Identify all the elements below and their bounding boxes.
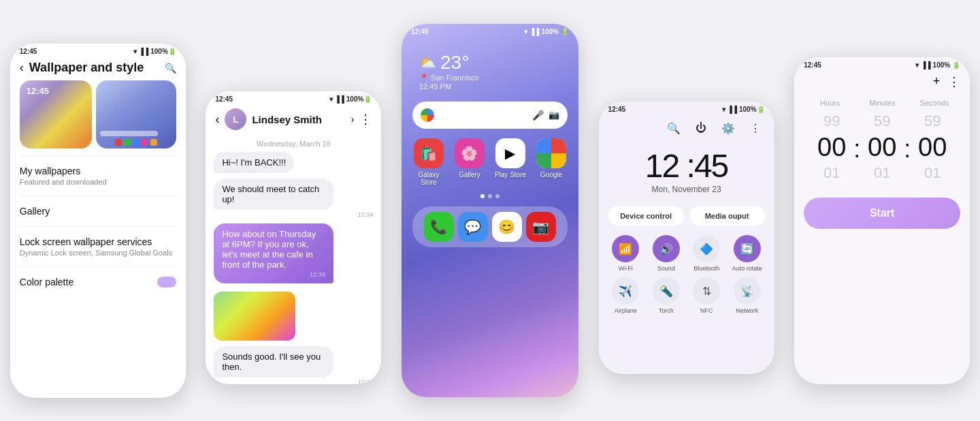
settings-icon[interactable]: ⚙️ xyxy=(720,120,736,136)
menu-item-sub: Featured and downloaded xyxy=(20,178,176,186)
toggle-color-palette[interactable] xyxy=(157,277,176,287)
weather-time: 12:45 PM xyxy=(419,82,451,91)
seconds-main: 00 xyxy=(918,132,947,163)
more-icon[interactable] xyxy=(359,112,372,127)
message-left-row: We should meet to catch up! 12:34 xyxy=(214,178,373,218)
contact-avatar: L xyxy=(225,108,246,130)
start-button[interactable]: Start xyxy=(804,198,960,229)
message-bubble: Sounds good. I'll see you then. xyxy=(214,346,333,377)
app-icon-play-store: ▶ xyxy=(495,138,525,168)
page-title: Wallpaper and style xyxy=(29,61,159,75)
message-bubble: Hi~! I'm BACK!!! xyxy=(214,152,294,173)
menu-my-wallpapers[interactable]: My wallpapers Featured and downloaded xyxy=(10,156,186,196)
wallpaper-preview-2[interactable] xyxy=(96,80,176,149)
signal-icon: ▐▐ xyxy=(335,95,344,103)
sound-toggle-icon: 🔊 xyxy=(653,235,680,262)
status-icons-3: ▾ ▐▐ 100% 🔋 xyxy=(524,28,569,35)
camera-search-icon[interactable]: 📷 xyxy=(549,110,559,121)
message-date: Wednesday, March 16 xyxy=(206,136,381,152)
status-icons-4: ▾ ▐▐ 100%🔋 xyxy=(722,106,765,113)
more-icon[interactable]: ⋮ xyxy=(747,120,764,136)
add-icon[interactable]: + xyxy=(933,74,941,89)
wifi-icon: ▾ xyxy=(524,28,527,35)
timer-labels: Hours Minutes Seconds xyxy=(794,95,970,111)
app-play-store[interactable]: ▶ Play Store xyxy=(494,138,527,186)
preview-icon xyxy=(142,139,148,146)
toggle-sound[interactable]: 🔊 Sound xyxy=(649,235,684,272)
status-bar-2: 12:45 ▾ ▐▐ 100%🔋 xyxy=(206,91,381,106)
toggle-label: Sound xyxy=(657,265,675,272)
colon-1: : xyxy=(853,134,860,163)
app-gallery[interactable]: 🌸 Gallery xyxy=(453,138,486,186)
back-icon[interactable] xyxy=(20,61,24,75)
menu-lock-screen[interactable]: Lock screen wallpaper services Dynamic L… xyxy=(10,227,186,266)
phone-wallpaper: 12:45 ▾ ▐▐ 100%🔋 Wallpaper and style 12:… xyxy=(10,44,186,398)
status-icons-1: ▾ ▐▐ 100%🔋 xyxy=(133,48,176,55)
menu-item-label: Color palette xyxy=(20,277,74,287)
phone-homescreen: 12:45 ▾ ▐▐ 100% 🔋 ⛅ 23° 📍 San Francisco … xyxy=(402,24,578,397)
dock-camera[interactable]: 📷 xyxy=(526,212,556,242)
status-bar-3: 12:45 ▾ ▐▐ 100% 🔋 xyxy=(402,24,578,38)
toggle-label: Torch xyxy=(659,307,674,314)
dock-phone[interactable]: 📞 xyxy=(424,212,454,242)
menu-item-label: Gallery xyxy=(20,206,176,217)
message-bubble: How about on Thursday at 6PM? If you are… xyxy=(214,223,333,283)
search-icon[interactable]: 🔍 xyxy=(666,120,682,136)
status-time-5: 12:45 xyxy=(804,61,821,69)
toggle-network[interactable]: 📡 Network xyxy=(730,277,765,314)
toggle-label: Wi-Fi xyxy=(619,265,633,272)
media-output-button[interactable]: Media ouput xyxy=(689,206,765,225)
minutes-upper: 59 xyxy=(874,111,890,132)
toggle-bluetooth[interactable]: 🔷 Bluetooth xyxy=(689,235,725,272)
control-toggles: 📶 Wi-Fi 🔊 Sound 🔷 Bluetooth 🔄 Auto rotat… xyxy=(599,231,774,318)
phone-control-panel: 12:45 ▾ ▐▐ 100%🔋 🔍 ⏻ ⚙️ ⋮ 12 :45 Mon, No… xyxy=(599,102,774,374)
timer-header: + ⋮ xyxy=(794,72,970,95)
menu-gallery[interactable]: Gallery xyxy=(10,196,186,226)
wallpaper-preview-1[interactable]: 12:45 xyxy=(20,80,92,149)
weather-location: 📍 San Francisco xyxy=(419,74,478,82)
wifi-icon: ▾ xyxy=(133,48,137,55)
battery-icon: 100%🔋 xyxy=(346,95,372,103)
toggle-nfc[interactable]: ⇅ NFC xyxy=(689,277,725,314)
menu-color-palette[interactable]: Color palette xyxy=(10,267,186,297)
hours-label: Hours xyxy=(810,99,851,107)
preview-bar xyxy=(100,131,158,136)
microphone-icon[interactable]: 🎤 xyxy=(532,110,543,121)
device-control-button[interactable]: Device control xyxy=(608,206,684,225)
wifi-icon: ▾ xyxy=(915,61,919,69)
menu-item-label: Lock screen wallpaper services xyxy=(20,236,176,247)
dropdown-icon[interactable] xyxy=(351,113,355,125)
message-time: 12:34 xyxy=(214,211,373,218)
toggle-autorotate[interactable]: 🔄 Auto rotate xyxy=(730,235,765,272)
back-icon[interactable] xyxy=(215,112,219,127)
control-clock: 12 :45 Mon, November 23 xyxy=(599,140,774,201)
location-icon: 📍 xyxy=(419,74,429,82)
toggle-torch[interactable]: 🔦 Torch xyxy=(649,277,684,314)
wifi-toggle-icon: 📶 xyxy=(612,235,639,262)
message-image xyxy=(214,292,295,341)
toggle-label: Auto rotate xyxy=(732,265,762,272)
toggle-wifi[interactable]: 📶 Wi-Fi xyxy=(608,235,644,272)
dot-active xyxy=(480,194,485,198)
hours-upper: 99 xyxy=(823,111,840,132)
toggle-label: NFC xyxy=(700,307,713,314)
app-icon-google xyxy=(536,138,566,168)
app-icon-galaxy-store: 🛍️ xyxy=(414,138,444,168)
app-galaxy-store[interactable]: 🛍️ Galaxy Store xyxy=(412,138,445,186)
toggle-airplane[interactable]: ✈️ Airplane xyxy=(608,277,644,314)
clock-time: 12 :45 xyxy=(599,147,774,185)
dock-messages[interactable]: 💬 xyxy=(458,212,488,242)
homescreen-content: ⛅ 23° 📍 San Francisco 12:45 PM 🎤 📷 🛍️ Ga… xyxy=(402,38,578,397)
seconds-lower: 01 xyxy=(924,163,941,184)
hours-lower: 01 xyxy=(823,163,840,184)
more-icon[interactable]: ⋮ xyxy=(948,74,960,89)
google-logo xyxy=(421,108,434,122)
search-icon[interactable] xyxy=(165,62,176,74)
app-google[interactable]: Google xyxy=(535,138,568,186)
toggle-label: Bluetooth xyxy=(693,265,719,272)
dock-bitmoji[interactable]: 😊 xyxy=(492,212,522,242)
message-time: 12:39 xyxy=(222,271,325,278)
search-bar[interactable]: 🎤 📷 xyxy=(412,102,568,129)
power-icon[interactable]: ⏻ xyxy=(693,120,709,136)
battery-full-icon: 🔋 xyxy=(561,28,569,35)
